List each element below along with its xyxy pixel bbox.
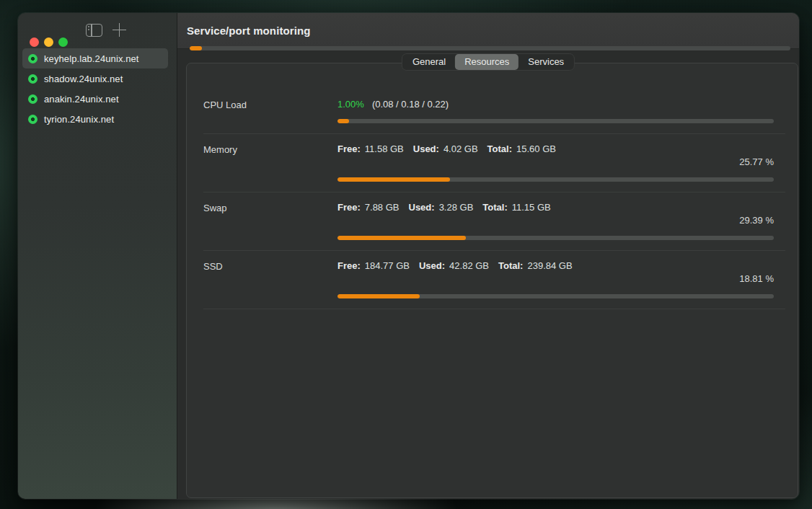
zoom-button[interactable] [58,37,68,47]
server-label: shadow.24unix.net [44,74,123,84]
desktop: { "window": { "title": "Service/port mon… [0,0,812,509]
window-controls [30,37,68,47]
tab-panel: CPU Load 1.00% (0.08 / 0.18 / 0.22) Memo… [186,63,798,498]
status-online-icon [28,74,37,84]
swap-progress-track [337,236,774,240]
used-label: Used: [419,260,445,271]
ssd-stats: Free: 184.77 GB Used: 42.82 GB Total: 23… [337,260,774,271]
memory-content: Free: 11.58 GB Used: 4.02 GB Total: 15.6… [337,143,785,182]
memory-stats: Free: 11.58 GB Used: 4.02 GB Total: 15.6… [337,143,774,154]
cpu-load-row: CPU Load 1.00% (0.08 / 0.18 / 0.22) [203,89,785,134]
swap-progress-fill [337,236,466,240]
cpu-value-line: 1.00% (0.08 / 0.18 / 0.22) [337,99,774,110]
row-label: CPU Load [203,99,337,123]
ssd-row: SSD Free: 184.77 GB Used: 42.82 GB Total… [203,251,785,309]
sidebar: keyhelp.lab.24unix.net shadow.24unix.net… [18,13,177,499]
free-label: Free: [337,143,361,154]
scrolled-progress-fill [190,46,202,50]
toggle-sidebar-icon[interactable] [86,24,102,37]
swap-row: Swap Free: 7.88 GB Used: 3.28 GB Total: … [203,192,785,251]
sidebar-item-shadow[interactable]: shadow.24unix.net [22,68,168,89]
tab-services[interactable]: Services [518,54,573,70]
tab-bar: General Resources Services [402,53,575,71]
server-list: keyhelp.lab.24unix.net shadow.24unix.net… [22,48,168,129]
status-online-icon [28,54,37,63]
sidebar-item-tyrion[interactable]: tyrion.24unix.net [22,109,168,129]
used-value: 3.28 GB [439,202,474,213]
free-label: Free: [337,202,361,213]
cpu-content: 1.00% (0.08 / 0.18 / 0.22) [337,99,785,123]
swap-percent: 29.39 % [337,215,774,226]
used-label: Used: [409,202,435,213]
close-button[interactable] [30,37,39,47]
app-window: keyhelp.lab.24unix.net shadow.24unix.net… [18,13,799,499]
memory-progress-track [337,177,774,182]
server-label: keyhelp.lab.24unix.net [44,53,139,64]
page-title: Service/port monitoring [187,25,311,37]
ssd-progress-track [337,294,774,298]
sidebar-item-anakin[interactable]: anakin.24unix.net [22,89,168,109]
swap-content: Free: 7.88 GB Used: 3.28 GB Total: 11.15… [337,202,785,240]
total-label: Total: [487,143,512,154]
swap-stats: Free: 7.88 GB Used: 3.28 GB Total: 11.15… [337,202,774,213]
free-label: Free: [337,260,361,271]
cpu-progress-track [337,119,774,123]
used-value: 42.82 GB [449,260,489,271]
row-label: SSD [203,260,337,298]
ssd-percent: 18.81 % [337,273,774,285]
cpu-loadavg: (0.08 / 0.18 / 0.22) [372,99,449,110]
ssd-progress-fill [337,294,420,298]
scrolled-progress-bar [190,46,790,50]
memory-percent: 25.77 % [337,156,774,168]
add-server-icon[interactable] [112,23,126,37]
total-value: 11.15 GB [512,202,551,213]
ssd-content: Free: 184.77 GB Used: 42.82 GB Total: 23… [337,260,785,298]
status-online-icon [28,94,37,104]
tab-general[interactable]: General [403,54,455,70]
title-bar[interactable]: Service/port monitoring [177,13,799,49]
cpu-progress-fill [337,119,349,123]
resource-rows: CPU Load 1.00% (0.08 / 0.18 / 0.22) Memo… [203,89,785,309]
total-label: Total: [498,260,523,271]
total-value: 239.84 GB [527,260,572,271]
free-value: 184.77 GB [365,260,410,271]
total-label: Total: [482,202,507,213]
minimize-button[interactable] [44,37,53,47]
status-online-icon [28,115,37,124]
server-label: anakin.24unix.net [44,94,119,105]
sidebar-item-keyhelp[interactable]: keyhelp.lab.24unix.net [22,48,168,68]
total-value: 15.60 GB [516,143,556,154]
memory-progress-fill [337,177,450,182]
free-value: 7.88 GB [365,202,400,213]
used-value: 4.02 GB [443,143,478,154]
row-label: Swap [203,202,337,240]
used-label: Used: [413,143,439,154]
tab-resources[interactable]: Resources [455,54,518,70]
free-value: 11.58 GB [365,143,404,154]
server-label: tyrion.24unix.net [44,114,114,125]
main-content: Service/port monitoring CPU Load 1.00% (… [177,13,799,499]
memory-row: Memory Free: 11.58 GB Used: 4.02 GB Tota… [203,134,785,192]
row-label: Memory [203,143,337,182]
cpu-percent-value: 1.00% [337,99,364,110]
